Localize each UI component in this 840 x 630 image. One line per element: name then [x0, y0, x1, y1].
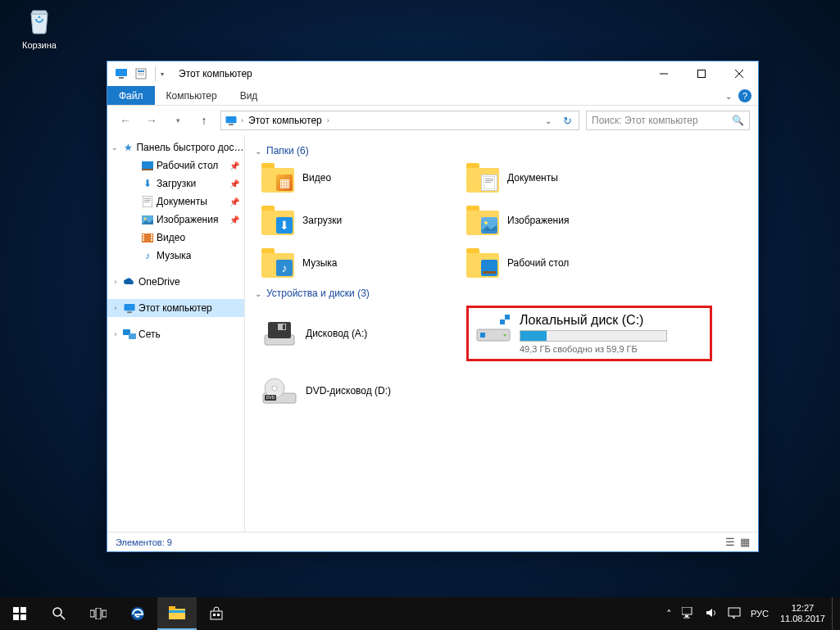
floppy-icon — [261, 319, 297, 348]
nav-music[interactable]: ♪Музыка — [107, 247, 244, 265]
file-tab[interactable]: Файл — [107, 86, 155, 105]
folder-icon: ♪ — [261, 248, 294, 278]
search-input[interactable]: Поиск: Этот компьютер 🔍 — [586, 111, 750, 130]
drive-c-label: Локальный диск (C:) — [520, 313, 667, 328]
group-drives[interactable]: ⌄ Устройства и диски (3) — [255, 288, 748, 299]
ribbon-expand-icon[interactable]: ⌄ — [725, 92, 732, 101]
show-desktop-button[interactable] — [832, 597, 837, 630]
svg-rect-34 — [485, 182, 491, 183]
svg-rect-24 — [151, 234, 152, 236]
folder-pictures[interactable]: Изображения — [466, 206, 671, 235]
onedrive-icon — [122, 278, 137, 287]
quick-access-toolbar: ▾ — [107, 65, 172, 83]
taskbar-explorer[interactable] — [157, 597, 197, 630]
address-crumb[interactable]: Этот компьютер — [247, 115, 324, 126]
svg-rect-61 — [96, 608, 101, 619]
svg-rect-4 — [138, 73, 144, 74]
tray-expand-icon[interactable]: ˄ — [661, 608, 677, 620]
help-icon[interactable]: ? — [738, 89, 751, 102]
refresh-icon[interactable]: ↻ — [560, 115, 575, 127]
computer-tab[interactable]: Компьютер — [155, 86, 229, 105]
collapse-icon[interactable]: ⌄ — [111, 143, 120, 152]
svg-rect-54 — [13, 607, 19, 613]
tray-network-icon[interactable] — [677, 607, 700, 621]
nav-pictures[interactable]: Изображения📌 — [107, 211, 244, 229]
svg-rect-25 — [151, 237, 152, 238]
properties-icon[interactable] — [132, 65, 150, 83]
collapse-icon[interactable]: ⌄ — [255, 289, 261, 298]
address-history-icon[interactable]: ⌄ — [540, 116, 556, 125]
nav-thispc[interactable]: › Этот компьютер — [107, 299, 244, 317]
pin-icon: 📌 — [229, 197, 239, 206]
maximize-button[interactable] — [683, 61, 720, 86]
address-bar[interactable]: › Этот компьютер › ⌄ ↻ — [220, 111, 579, 130]
view-details-icon[interactable]: ☰ — [725, 536, 735, 548]
thispc-icon[interactable] — [112, 65, 130, 83]
svg-rect-62 — [102, 610, 107, 617]
folder-documents[interactable]: Документы — [466, 163, 671, 193]
drive-floppy[interactable]: Дисковод (A:) — [261, 306, 466, 361]
svg-rect-67 — [211, 611, 222, 619]
drive-c-highlight: Локальный диск (C:) 49,3 ГБ свободно из … — [466, 306, 712, 361]
forward-button[interactable]: → — [142, 111, 161, 130]
folder-icon — [466, 248, 499, 278]
group-folders[interactable]: ⌄ Папки (6) — [255, 145, 748, 156]
expand-icon[interactable]: › — [111, 278, 120, 286]
view-tab[interactable]: Вид — [229, 86, 270, 105]
svg-rect-37 — [483, 262, 496, 271]
svg-rect-23 — [143, 239, 144, 241]
svg-rect-10 — [226, 116, 237, 122]
crumb-sep-icon[interactable]: › — [241, 116, 243, 125]
pin-icon: 📌 — [229, 179, 239, 188]
desktop-recycle-bin[interactable]: Корзина — [15, 4, 64, 50]
recent-dropdown-icon[interactable]: ▾ — [168, 111, 188, 130]
taskbar-store[interactable] — [197, 597, 236, 630]
minimize-button[interactable] — [645, 61, 683, 86]
desktop-icon — [140, 161, 155, 170]
svg-rect-66 — [169, 610, 185, 613]
back-button[interactable]: ← — [116, 111, 135, 130]
folder-music[interactable]: ♪Музыка — [261, 248, 466, 278]
nav-network[interactable]: › Сеть — [107, 325, 244, 343]
taskview-button[interactable] — [79, 597, 118, 630]
recycle-bin-icon — [23, 4, 56, 37]
svg-rect-33 — [485, 180, 493, 181]
tray-date: 11.08.2017 — [780, 614, 825, 624]
folder-desktop[interactable]: Рабочий стол — [466, 248, 671, 278]
tray-volume-icon[interactable] — [700, 607, 723, 621]
nav-desktop[interactable]: Рабочий стол📌 — [107, 156, 244, 174]
up-button[interactable]: ↑ — [194, 111, 214, 130]
svg-rect-22 — [143, 237, 144, 238]
title-bar[interactable]: ▾ Этот компьютер — [107, 61, 758, 86]
collapse-icon[interactable]: ⌄ — [255, 147, 261, 156]
svg-rect-1 — [119, 77, 124, 79]
drive-dvd[interactable]: DVD DVD-дисковод (D:) — [261, 376, 466, 406]
nav-downloads[interactable]: ⬇Загрузки📌 — [107, 174, 244, 193]
view-large-icon[interactable]: ▦ — [740, 536, 750, 548]
nav-videos[interactable]: Видео — [107, 229, 244, 247]
drive-c[interactable]: Локальный диск (C:) 49,3 ГБ свободно из … — [475, 313, 703, 354]
drive-c-free: 49,3 ГБ свободно из 59,9 ГБ — [520, 344, 667, 354]
crumb-sep-icon[interactable]: › — [327, 116, 329, 125]
svg-rect-47 — [505, 320, 510, 324]
start-button[interactable] — [0, 597, 39, 630]
tray-language[interactable]: РУС — [746, 609, 774, 619]
qat-separator — [155, 66, 156, 81]
folder-downloads[interactable]: ⬇Загрузки — [261, 206, 466, 235]
qat-dropdown-icon[interactable]: ▾ — [161, 70, 172, 78]
folder-icon: ▦ — [261, 163, 294, 193]
search-button[interactable] — [39, 597, 79, 630]
expand-icon[interactable]: › — [111, 304, 120, 312]
nav-documents[interactable]: Документы📌 — [107, 193, 244, 211]
nav-quick-access[interactable]: ⌄ ★ Панель быстрого доступа — [107, 138, 244, 156]
tray-notifications-icon[interactable] — [723, 607, 746, 621]
tray-clock[interactable]: 12:27 11.08.2017 — [774, 603, 832, 624]
svg-rect-73 — [729, 608, 740, 616]
close-button[interactable] — [720, 61, 758, 86]
svg-point-19 — [144, 217, 147, 220]
nav-onedrive[interactable]: › OneDrive — [107, 273, 244, 291]
expand-icon[interactable]: › — [111, 330, 120, 338]
taskbar-edge[interactable] — [118, 597, 157, 630]
folder-videos[interactable]: ▦Видео — [261, 163, 466, 193]
svg-rect-0 — [116, 69, 127, 76]
